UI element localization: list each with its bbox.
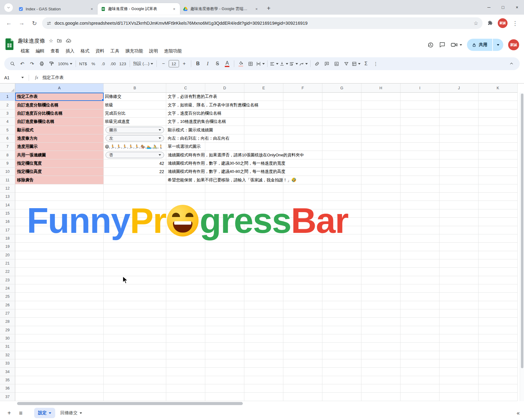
cell-F28[interactable] bbox=[283, 318, 322, 326]
cell-A5[interactable]: 顯示模式 bbox=[15, 126, 104, 134]
cell-G4[interactable] bbox=[322, 118, 361, 126]
column-header-I[interactable]: I bbox=[400, 84, 440, 93]
cell-K20[interactable] bbox=[479, 251, 518, 259]
cell-A21[interactable] bbox=[15, 259, 104, 268]
functions-button[interactable]: Σ bbox=[361, 59, 371, 69]
cell-C19[interactable] bbox=[166, 243, 205, 251]
cell-D30[interactable] bbox=[205, 334, 244, 343]
cell-G33[interactable] bbox=[322, 359, 361, 368]
cell-C31[interactable] bbox=[166, 343, 205, 351]
cell-E10[interactable] bbox=[244, 168, 283, 176]
cell-C12[interactable] bbox=[166, 184, 205, 193]
insert-comment-button[interactable] bbox=[322, 59, 332, 69]
cell-E25[interactable] bbox=[244, 293, 283, 301]
cell-C34[interactable] bbox=[166, 368, 205, 376]
cell-B25[interactable] bbox=[104, 293, 166, 301]
cell-D25[interactable] bbox=[205, 293, 244, 301]
cell-E11[interactable] bbox=[244, 176, 283, 184]
cell-E22[interactable] bbox=[244, 268, 283, 276]
add-sheet-button[interactable]: + bbox=[4, 408, 14, 418]
cell-I30[interactable] bbox=[400, 334, 440, 343]
cell-G23[interactable] bbox=[322, 276, 361, 284]
cell-J15[interactable] bbox=[440, 209, 479, 218]
cell-F31[interactable] bbox=[283, 343, 322, 351]
cell-H13[interactable] bbox=[361, 193, 400, 201]
cell-C37[interactable] bbox=[166, 393, 205, 401]
cell-I28[interactable] bbox=[400, 318, 440, 326]
cell-I15[interactable] bbox=[400, 209, 440, 218]
cell-F25[interactable] bbox=[283, 293, 322, 301]
column-header-F[interactable]: F bbox=[283, 84, 322, 93]
cell-G19[interactable] bbox=[322, 243, 361, 251]
cell-H27[interactable] bbox=[361, 309, 400, 318]
cell-B34[interactable] bbox=[104, 368, 166, 376]
cell-B27[interactable] bbox=[104, 309, 166, 318]
horizontal-align-button[interactable] bbox=[270, 59, 279, 69]
cell-E35[interactable] bbox=[244, 376, 283, 384]
row-header-13[interactable]: 13 bbox=[0, 193, 15, 201]
cell-H35[interactable] bbox=[361, 376, 400, 384]
row-header-24[interactable]: 24 bbox=[0, 284, 15, 293]
cell-F27[interactable] bbox=[283, 309, 322, 318]
cell-G20[interactable] bbox=[322, 251, 361, 259]
cell-B21[interactable] bbox=[104, 259, 166, 268]
row-header-15[interactable]: 15 bbox=[0, 209, 15, 218]
cloud-status-icon[interactable] bbox=[66, 38, 71, 44]
cell-G28[interactable] bbox=[322, 318, 361, 326]
text-wrap-button[interactable] bbox=[289, 59, 298, 69]
cell-H32[interactable] bbox=[361, 351, 400, 359]
horizontal-scrollbar-thumb[interactable] bbox=[17, 402, 243, 405]
cell-H15[interactable] bbox=[361, 209, 400, 218]
cell-K10[interactable] bbox=[479, 168, 518, 176]
vertical-align-button[interactable] bbox=[279, 59, 289, 69]
row-header-6[interactable]: 6 bbox=[0, 134, 15, 143]
cell-B10[interactable]: 22 bbox=[104, 168, 166, 176]
currency-format-button[interactable]: NT$ bbox=[78, 59, 88, 69]
cell-K15[interactable] bbox=[479, 209, 518, 218]
table-views-button[interactable] bbox=[352, 59, 361, 69]
cell-K25[interactable] bbox=[479, 293, 518, 301]
cell-A19[interactable] bbox=[15, 243, 104, 251]
cell-A27[interactable] bbox=[15, 309, 104, 318]
cell-A7[interactable]: 進度用圖示 bbox=[15, 143, 104, 151]
cell-I9[interactable] bbox=[400, 159, 440, 168]
column-header-B[interactable]: B bbox=[104, 84, 166, 93]
cell-B24[interactable] bbox=[104, 284, 166, 293]
cell-K9[interactable] bbox=[479, 159, 518, 168]
cell-K23[interactable] bbox=[479, 276, 518, 284]
column-header-H[interactable]: H bbox=[361, 84, 400, 93]
cell-G27[interactable] bbox=[322, 309, 361, 318]
cell-A26[interactable] bbox=[15, 301, 104, 309]
cell-A37[interactable] bbox=[15, 393, 104, 401]
cell-D1[interactable] bbox=[205, 93, 244, 101]
cell-E3[interactable] bbox=[244, 109, 283, 118]
cell-F10[interactable] bbox=[283, 168, 322, 176]
cell-A32[interactable] bbox=[15, 351, 104, 359]
cell-E13[interactable] bbox=[244, 193, 283, 201]
cell-E28[interactable] bbox=[244, 318, 283, 326]
cell-B30[interactable] bbox=[104, 334, 166, 343]
cell-B22[interactable] bbox=[104, 268, 166, 276]
cell-I7[interactable] bbox=[400, 143, 440, 151]
cell-B37[interactable] bbox=[104, 393, 166, 401]
column-header-J[interactable]: J bbox=[440, 84, 479, 93]
cell-A31[interactable] bbox=[15, 343, 104, 351]
row-header-33[interactable]: 33 bbox=[0, 359, 15, 368]
cell-H4[interactable] bbox=[361, 118, 400, 126]
cell-J12[interactable] bbox=[440, 184, 479, 193]
row-header-3[interactable]: 3 bbox=[0, 109, 15, 118]
cell-B8[interactable]: 否 bbox=[104, 151, 166, 159]
cell-H20[interactable] bbox=[361, 251, 400, 259]
cell-G13[interactable] bbox=[322, 193, 361, 201]
cell-A9[interactable]: 指定欄位寬度 bbox=[15, 159, 104, 168]
cell-F6[interactable] bbox=[283, 134, 322, 143]
cell-F34[interactable] bbox=[283, 368, 322, 376]
cell-H17[interactable] bbox=[361, 226, 400, 234]
cell-E24[interactable] bbox=[244, 284, 283, 293]
window-maximize-button[interactable]: □ bbox=[496, 0, 510, 15]
cell-C10[interactable]: 連續圖模式時有作用，數字，建議40-80之間，每一格進度的高度 bbox=[166, 168, 205, 176]
cell-H16[interactable] bbox=[361, 218, 400, 226]
cell-C24[interactable] bbox=[166, 284, 205, 293]
search-menus-button[interactable] bbox=[8, 59, 17, 69]
cell-I24[interactable] bbox=[400, 284, 440, 293]
